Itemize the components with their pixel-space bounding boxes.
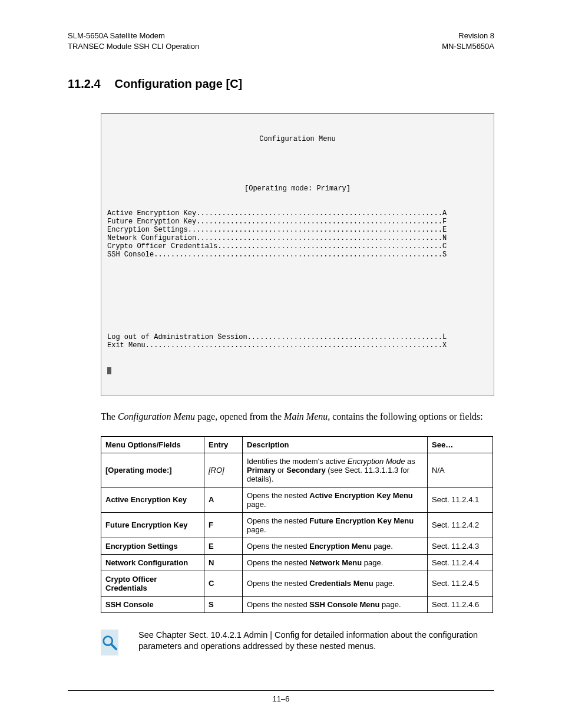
cell-desc: Opens the nested SSH Console Menu page. [243, 596, 428, 612]
cell-entry: A [204, 487, 243, 512]
cell-entry: F [204, 512, 243, 538]
th-menu: Menu Options/Fields [101, 436, 204, 453]
console-line: SSH Console.............................… [107, 251, 488, 259]
note-text: See Chapter Sect. 10.4.2.1 Admin | Confi… [138, 630, 494, 653]
page-number: 11–6 [273, 694, 290, 703]
console-title: Configuration Menu [107, 135, 488, 143]
console-screenshot: Configuration Menu [Operating mode: Prim… [101, 113, 494, 396]
console-line: Crypto Officer Credentials..............… [107, 242, 488, 251]
table-row: Encryption SettingsEOpens the nested Enc… [101, 538, 493, 554]
console-line: Network Configuration...................… [107, 234, 488, 242]
cell-desc: Opens the nested Future Encryption Key M… [243, 512, 428, 538]
th-see: See… [428, 436, 493, 453]
table-header-row: Menu Options/Fields Entry Description Se… [101, 436, 493, 453]
table-row: Crypto Officer CredentialsCOpens the nes… [101, 571, 493, 596]
cell-see: Sect. 11.2.4.6 [428, 596, 493, 612]
console-line: Exit Menu...............................… [107, 341, 488, 350]
cell-see: Sect. 11.2.4.3 [428, 538, 493, 554]
th-entry: Entry [204, 436, 243, 453]
page-footer: 11–6 [68, 690, 494, 703]
console-subtitle: [Operating mode: Primary] [107, 185, 488, 193]
cell-menu: Crypto Officer Credentials [101, 571, 204, 596]
intro-paragraph: The Configuration Menu page, opened from… [101, 410, 494, 423]
console-line: Log out of Administration Session.......… [107, 333, 488, 341]
section-heading: 11.2.4 Configuration page [C] [68, 77, 494, 91]
cell-entry: E [204, 538, 243, 554]
cell-menu: SSH Console [101, 596, 204, 612]
heading-text: Configuration page [C] [115, 77, 243, 91]
cell-see: Sect. 11.2.4.1 [428, 487, 493, 512]
header-left-2: TRANSEC Module SSH CLI Operation [68, 41, 199, 52]
cell-menu: [Operating mode:] [101, 453, 204, 487]
console-lines-bottom: Log out of Administration Session.......… [107, 333, 488, 350]
cell-entry: S [204, 596, 243, 612]
page-header: SLM-5650A Satellite Modem TRANSEC Module… [68, 31, 494, 51]
th-desc: Description [243, 436, 428, 453]
cell-see: Sect. 11.2.4.2 [428, 512, 493, 538]
cell-entry: [RO] [204, 453, 243, 487]
console-lines-top: Active Encryption Key...................… [107, 209, 488, 259]
cell-see: Sect. 11.2.4.4 [428, 554, 493, 571]
heading-number: 11.2.4 [68, 77, 101, 91]
options-table: Menu Options/Fields Entry Description Se… [101, 436, 493, 613]
magnifier-icon [101, 630, 118, 655]
cell-menu: Active Encryption Key [101, 487, 204, 512]
console-line: Active Encryption Key...................… [107, 209, 488, 218]
cell-see: Sect. 11.2.4.5 [428, 571, 493, 596]
console-line: Future Encryption Key...................… [107, 218, 488, 226]
table-row: [Operating mode:][RO]Identifies the mode… [101, 453, 493, 487]
cell-menu: Network Configuration [101, 554, 204, 571]
table-row: Future Encryption KeyFOpens the nested F… [101, 512, 493, 538]
header-right-1: Revision 8 [442, 31, 494, 41]
cell-entry: C [204, 571, 243, 596]
cell-menu: Future Encryption Key [101, 512, 204, 538]
cell-entry: N [204, 554, 243, 571]
table-row: Active Encryption KeyAOpens the nested A… [101, 487, 493, 512]
header-right-2: MN-SLM5650A [442, 41, 494, 52]
table-row: SSH ConsoleSOpens the nested SSH Console… [101, 596, 493, 612]
cell-desc: Opens the nested Network Menu page. [243, 554, 428, 571]
cell-desc: Opens the nested Encryption Menu page. [243, 538, 428, 554]
note-row: See Chapter Sect. 10.4.2.1 Admin | Confi… [101, 630, 494, 655]
cell-desc: Identifies the modem's active Encryption… [243, 453, 428, 487]
cell-menu: Encryption Settings [101, 538, 204, 554]
console-line: Encryption Settings.....................… [107, 226, 488, 234]
cell-desc: Opens the nested Credentials Menu page. [243, 571, 428, 596]
cell-desc: Opens the nested Active Encryption Key M… [243, 487, 428, 512]
cell-see: N/A [428, 453, 493, 487]
table-row: Network ConfigurationNOpens the nested N… [101, 554, 493, 571]
svg-line-1 [111, 644, 116, 649]
cursor-icon [107, 367, 111, 374]
header-left-1: SLM-5650A Satellite Modem [68, 31, 199, 41]
